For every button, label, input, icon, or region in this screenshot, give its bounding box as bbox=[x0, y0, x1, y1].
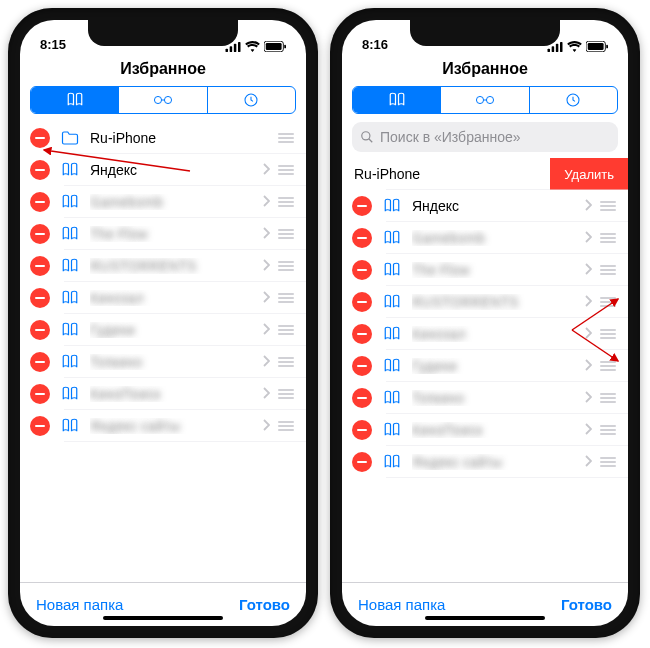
list-item[interactable]: Яндекс bbox=[342, 190, 628, 222]
list-item[interactable]: RUSTORRENTS bbox=[20, 250, 306, 282]
delete-toggle[interactable] bbox=[352, 292, 372, 312]
list-item[interactable]: Кинозал bbox=[342, 318, 628, 350]
reorder-handle[interactable] bbox=[278, 229, 296, 239]
delete-toggle[interactable] bbox=[30, 224, 50, 244]
list-item[interactable]: Кинозал bbox=[20, 282, 306, 314]
delete-toggle[interactable] bbox=[30, 352, 50, 372]
reorder-handle[interactable] bbox=[278, 357, 296, 367]
list-item[interactable]: Яндекс сайты bbox=[342, 446, 628, 478]
reorder-handle[interactable] bbox=[278, 197, 296, 207]
list-item[interactable]: RUSTORRENTS bbox=[342, 286, 628, 318]
chevron-right-icon bbox=[262, 385, 270, 403]
delete-toggle[interactable] bbox=[352, 260, 372, 280]
chevron-right-icon bbox=[584, 263, 592, 275]
list-item[interactable]: КиноПоиск bbox=[20, 378, 306, 410]
tab-reading-list[interactable] bbox=[441, 87, 529, 113]
reorder-handle[interactable] bbox=[600, 329, 618, 339]
search-placeholder: Поиск в «Избранное» bbox=[380, 129, 521, 145]
item-label: Gamebomb bbox=[90, 194, 258, 210]
reorder-handle[interactable] bbox=[278, 421, 296, 431]
delete-toggle[interactable] bbox=[352, 388, 372, 408]
status-icons bbox=[225, 41, 286, 52]
list-item[interactable]: Gamebomb bbox=[20, 186, 306, 218]
tab-history[interactable] bbox=[530, 87, 617, 113]
delete-toggle[interactable] bbox=[30, 192, 50, 212]
segmented-control bbox=[20, 86, 306, 122]
svg-rect-5 bbox=[266, 43, 282, 50]
item-label: The Flow bbox=[90, 226, 258, 242]
delete-toggle[interactable] bbox=[30, 320, 50, 340]
notch bbox=[88, 20, 238, 46]
delete-button[interactable]: Удалить bbox=[550, 158, 628, 190]
reorder-handle[interactable] bbox=[278, 389, 296, 399]
new-folder-button[interactable]: Новая папка bbox=[358, 596, 445, 613]
reorder-handle[interactable] bbox=[600, 265, 618, 275]
book-icon bbox=[383, 453, 401, 471]
reorder-handle[interactable] bbox=[600, 457, 618, 467]
list-item[interactable]: The Flow bbox=[20, 218, 306, 250]
list-item[interactable]: Гудини bbox=[342, 350, 628, 382]
reorder-handle[interactable] bbox=[278, 261, 296, 271]
reorder-handle[interactable] bbox=[600, 201, 618, 211]
chevron-right-icon bbox=[584, 199, 592, 211]
tab-bookmarks[interactable] bbox=[353, 87, 441, 113]
delete-toggle[interactable] bbox=[30, 256, 50, 276]
book-icon bbox=[61, 321, 79, 339]
book-icon bbox=[60, 353, 80, 371]
delete-toggle[interactable] bbox=[352, 228, 372, 248]
done-button[interactable]: Готово bbox=[561, 596, 612, 613]
book-icon bbox=[382, 389, 402, 407]
tab-bookmarks[interactable] bbox=[31, 87, 119, 113]
list-item[interactable]: Топкино bbox=[342, 382, 628, 414]
svg-rect-12 bbox=[552, 46, 555, 52]
book-icon bbox=[60, 417, 80, 435]
delete-toggle[interactable] bbox=[30, 384, 50, 404]
item-label: RUSTORRENTS bbox=[412, 294, 580, 310]
delete-toggle[interactable] bbox=[352, 324, 372, 344]
reorder-handle[interactable] bbox=[600, 425, 618, 435]
delete-toggle[interactable] bbox=[30, 288, 50, 308]
list-item[interactable]: Гудини bbox=[20, 314, 306, 346]
list-item[interactable]: The Flow bbox=[342, 254, 628, 286]
chevron-right-icon bbox=[262, 387, 270, 399]
list-item[interactable]: КиноПоиск bbox=[342, 414, 628, 446]
tab-reading-list[interactable] bbox=[119, 87, 207, 113]
delete-toggle[interactable] bbox=[30, 416, 50, 436]
chevron-right-icon bbox=[262, 291, 270, 303]
reorder-handle[interactable] bbox=[600, 361, 618, 371]
chevron-right-icon bbox=[262, 195, 270, 207]
svg-rect-11 bbox=[548, 48, 551, 51]
wifi-icon bbox=[567, 41, 582, 52]
reorder-handle[interactable] bbox=[278, 133, 296, 143]
phone-mock: 8:15ИзбранноеRu-iPhoneЯндексGamebombThe … bbox=[8, 8, 318, 638]
delete-toggle[interactable] bbox=[30, 128, 50, 148]
list-item[interactable]: Яндекс сайты bbox=[20, 410, 306, 442]
chevron-right-icon bbox=[584, 229, 592, 247]
delete-toggle[interactable] bbox=[352, 452, 372, 472]
glasses-icon bbox=[153, 93, 173, 107]
search-input[interactable]: Поиск в «Избранное» bbox=[352, 122, 618, 152]
tab-history[interactable] bbox=[208, 87, 295, 113]
reorder-handle[interactable] bbox=[600, 297, 618, 307]
list-item[interactable]: Ru-iPhone bbox=[20, 122, 306, 154]
chevron-right-icon bbox=[262, 419, 270, 431]
list-item[interactable]: Топкино bbox=[20, 346, 306, 378]
battery-icon bbox=[586, 41, 608, 52]
list-item[interactable]: Ru-iPhoneУдалить bbox=[342, 158, 628, 190]
delete-toggle[interactable] bbox=[352, 356, 372, 376]
page-title: Избранное bbox=[342, 54, 628, 86]
reorder-handle[interactable] bbox=[278, 165, 296, 175]
delete-toggle[interactable] bbox=[352, 196, 372, 216]
book-icon bbox=[61, 385, 79, 403]
done-button[interactable]: Готово bbox=[239, 596, 290, 613]
list-item[interactable]: Яндекс bbox=[20, 154, 306, 186]
reorder-handle[interactable] bbox=[278, 325, 296, 335]
book-icon bbox=[382, 421, 402, 439]
reorder-handle[interactable] bbox=[600, 233, 618, 243]
delete-toggle[interactable] bbox=[30, 160, 50, 180]
delete-toggle[interactable] bbox=[352, 420, 372, 440]
list-item[interactable]: Gamebomb bbox=[342, 222, 628, 254]
new-folder-button[interactable]: Новая папка bbox=[36, 596, 123, 613]
reorder-handle[interactable] bbox=[600, 393, 618, 403]
reorder-handle[interactable] bbox=[278, 293, 296, 303]
